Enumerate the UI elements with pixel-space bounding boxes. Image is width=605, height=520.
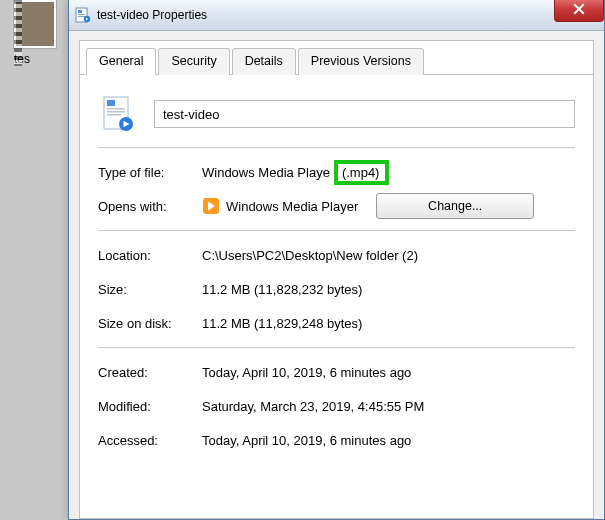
created-value: Today, April 10, 2019, 6 minutes ago xyxy=(202,365,575,380)
svg-rect-8 xyxy=(107,111,125,113)
general-pane: test-video Type of file: Windows Media P… xyxy=(80,75,593,454)
svg-rect-3 xyxy=(78,16,85,17)
svg-rect-6 xyxy=(107,100,115,106)
desktop-file-thumb xyxy=(14,0,56,48)
client-area: General Security Details Previous Versio… xyxy=(79,40,594,519)
tab-label: Previous Versions xyxy=(311,54,411,68)
svg-rect-1 xyxy=(78,10,82,13)
tab-details[interactable]: Details xyxy=(232,48,296,75)
location-value: C:\Users\PC2\Desktop\New folder (2) xyxy=(202,248,575,263)
divider xyxy=(98,147,575,148)
svg-rect-9 xyxy=(107,114,121,116)
accessed-label: Accessed: xyxy=(98,433,202,448)
filename-input[interactable]: test-video xyxy=(154,100,575,128)
change-button-label: Change... xyxy=(428,199,482,213)
size-on-disk-label: Size on disk: xyxy=(98,316,202,331)
divider xyxy=(98,230,575,231)
desktop-file[interactable]: tes xyxy=(14,0,62,66)
size-value: 11.2 MB (11,828,232 bytes) xyxy=(202,282,575,297)
tab-label: General xyxy=(99,54,143,68)
window-icon xyxy=(75,7,91,23)
opens-with-label: Opens with: xyxy=(98,199,202,214)
size-on-disk-value: 11.2 MB (11,829,248 bytes) xyxy=(202,316,575,331)
type-of-file-value: Windows Media Playe(.mp4) xyxy=(202,160,575,185)
modified-label: Modified: xyxy=(98,399,202,414)
accessed-value: Today, April 10, 2019, 6 minutes ago xyxy=(202,433,575,448)
filename-value: test-video xyxy=(163,107,219,122)
tab-general[interactable]: General xyxy=(86,48,156,75)
tab-label: Details xyxy=(245,54,283,68)
svg-rect-2 xyxy=(78,14,85,15)
svg-rect-7 xyxy=(107,108,125,110)
titlebar[interactable]: test-video Properties xyxy=(69,0,604,31)
tab-label: Security xyxy=(171,54,216,68)
tab-security[interactable]: Security xyxy=(158,48,229,75)
close-icon xyxy=(573,3,585,18)
wmp-icon xyxy=(202,197,220,215)
properties-window: test-video Properties General Security D… xyxy=(68,0,605,520)
window-title: test-video Properties xyxy=(97,8,207,22)
modified-value: Saturday, March 23, 2019, 4:45:55 PM xyxy=(202,399,575,414)
location-label: Location: xyxy=(98,248,202,263)
created-label: Created: xyxy=(98,365,202,380)
opens-with-value: Windows Media Player xyxy=(226,199,358,214)
type-of-file-label: Type of file: xyxy=(98,165,202,180)
close-button[interactable] xyxy=(554,0,604,22)
extension-highlight: (.mp4) xyxy=(334,160,390,185)
file-type-icon xyxy=(102,95,134,133)
change-button[interactable]: Change... xyxy=(376,193,534,219)
tab-strip: General Security Details Previous Versio… xyxy=(80,41,593,75)
tab-previous-versions[interactable]: Previous Versions xyxy=(298,48,424,75)
divider xyxy=(98,347,575,348)
size-label: Size: xyxy=(98,282,202,297)
